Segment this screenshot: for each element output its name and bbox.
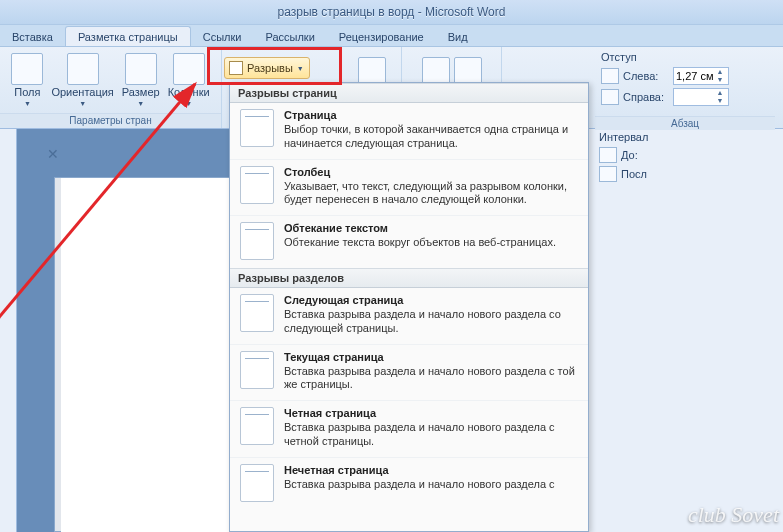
menu-section-section-breaks: Разрывы разделов — [230, 268, 588, 288]
menu-item-title: Столбец — [284, 166, 578, 178]
page-borders-icon[interactable] — [454, 57, 482, 85]
indent-left-value: 1,27 см — [676, 70, 714, 82]
columns-label: Колонки — [168, 87, 210, 98]
menu-item-column-break[interactable]: Столбец Указывает, что текст, следующий … — [230, 159, 588, 216]
dropdown-arrow-icon: ▼ — [79, 100, 86, 107]
odd-page-icon — [240, 464, 274, 502]
menu-item-desc: Вставка разрыва раздела и начало нового … — [284, 478, 578, 492]
vertical-ruler — [0, 129, 17, 532]
spacing-after-icon — [599, 166, 617, 182]
page-break-icon — [240, 109, 274, 147]
menu-item-page-break[interactable]: Страница Выбор точки, в которой заканчив… — [230, 103, 588, 159]
dropdown-arrow-icon: ▼ — [185, 100, 192, 107]
document-area: ✕ — [0, 129, 230, 532]
indent-right-input[interactable]: ▲▼ — [673, 88, 729, 106]
spin-down-icon[interactable]: ▼ — [714, 76, 726, 84]
tab-insert[interactable]: Вставка — [0, 27, 65, 46]
continuous-icon — [240, 351, 274, 389]
menu-item-desc: Выбор точки, в которой заканчивается одн… — [284, 123, 578, 151]
margins-button[interactable]: Поля ▼ — [8, 51, 46, 109]
breaks-dropdown-menu: Разрывы страниц Страница Выбор точки, в … — [229, 82, 589, 532]
size-icon — [125, 53, 157, 85]
menu-item-title: Нечетная страница — [284, 464, 578, 476]
page-surface[interactable] — [61, 177, 229, 532]
orientation-button[interactable]: Ориентация ▼ — [48, 51, 116, 109]
dropdown-arrow-icon: ▼ — [137, 100, 144, 107]
indent-header: Отступ — [601, 51, 729, 63]
paragraph-group-label: Абзац — [595, 116, 775, 130]
text-wrapping-icon — [240, 222, 274, 260]
orientation-label: Ориентация — [51, 87, 113, 98]
dropdown-arrow-icon: ▼ — [297, 65, 304, 72]
tab-review[interactable]: Рецензирование — [327, 27, 436, 46]
next-page-icon — [240, 294, 274, 332]
orientation-icon — [67, 53, 99, 85]
menu-item-continuous[interactable]: Текущая страница Вставка разрыва раздела… — [230, 344, 588, 401]
menu-item-desc: Вставка разрыва раздела и начало нового … — [284, 421, 578, 449]
tab-mailings[interactable]: Рассылки — [253, 27, 326, 46]
indent-right-icon — [601, 89, 619, 105]
menu-item-next-page[interactable]: Следующая страница Вставка разрыва разде… — [230, 288, 588, 344]
indent-right-label: Справа: — [623, 91, 669, 103]
paragraph-group-area: Отступ Слева: 1,27 см ▲▼ Справа: ▲▼ Абза… — [589, 47, 783, 129]
menu-item-text-wrapping[interactable]: Обтекание текстом Обтекание текста вокру… — [230, 215, 588, 268]
indent-left-label: Слева: — [623, 70, 669, 82]
menu-item-desc: Обтекание текста вокруг объектов на веб-… — [284, 236, 578, 250]
tab-page-layout[interactable]: Разметка страницы — [65, 26, 191, 46]
menu-item-desc: Вставка разрыва раздела и начало нового … — [284, 308, 578, 336]
margins-label: Поля — [14, 87, 40, 98]
menu-item-title: Страница — [284, 109, 578, 121]
even-page-icon — [240, 407, 274, 445]
spin-up-icon[interactable]: ▲ — [714, 68, 726, 76]
columns-icon — [173, 53, 205, 85]
tab-references[interactable]: Ссылки — [191, 27, 254, 46]
spacing-after-label: Посл — [621, 168, 649, 180]
dropdown-arrow-icon: ▼ — [24, 100, 31, 107]
column-break-icon — [240, 166, 274, 204]
breaks-label: Разрывы — [247, 62, 293, 74]
columns-button[interactable]: Колонки ▼ — [165, 51, 213, 109]
menu-item-desc: Вставка разрыва раздела и начало нового … — [284, 365, 578, 393]
breaks-icon — [229, 61, 243, 75]
indent-left-input[interactable]: 1,27 см ▲▼ — [673, 67, 729, 85]
page-color-icon[interactable] — [422, 57, 450, 85]
watermark-icon[interactable] — [358, 57, 386, 85]
menu-section-page-breaks: Разрывы страниц — [230, 83, 588, 103]
indent-left-icon — [601, 68, 619, 84]
menu-item-title: Обтекание текстом — [284, 222, 578, 234]
close-pane-icon[interactable]: ✕ — [46, 147, 60, 161]
menu-item-title: Следующая страница — [284, 294, 578, 306]
tab-view[interactable]: Вид — [436, 27, 480, 46]
watermark: club Sovet — [688, 502, 779, 528]
menu-item-title: Четная страница — [284, 407, 578, 419]
menu-item-desc: Указывает, что текст, следующий за разры… — [284, 180, 578, 208]
margins-icon — [11, 53, 43, 85]
menu-item-title: Текущая страница — [284, 351, 578, 363]
spacing-before-label: До: — [621, 149, 645, 161]
breaks-button[interactable]: Разрывы ▼ — [224, 57, 310, 79]
menu-item-odd-page[interactable]: Нечетная страница Вставка разрыва раздел… — [230, 457, 588, 510]
size-button[interactable]: Размер ▼ — [119, 51, 163, 109]
page-setup-group-label: Параметры стран — [0, 113, 221, 127]
size-label: Размер — [122, 87, 160, 98]
ribbon-tabs: Вставка Разметка страницы Ссылки Рассылк… — [0, 25, 783, 47]
spacing-header: Интервал — [599, 131, 659, 143]
spacing-before-icon — [599, 147, 617, 163]
menu-item-even-page[interactable]: Четная страница Вставка разрыва раздела … — [230, 400, 588, 457]
window-title: разрыв страницы в ворд - Microsoft Word — [0, 0, 783, 25]
